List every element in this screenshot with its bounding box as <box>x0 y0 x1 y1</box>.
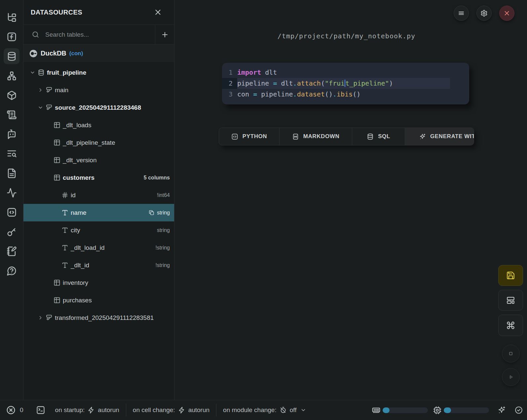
code-line-2[interactable]: 2 pipeline = dlt.attach("fruit_pipeline"… <box>222 78 469 89</box>
stop-button[interactable] <box>502 345 520 363</box>
close-icon[interactable] <box>154 8 162 17</box>
tree-item-id[interactable]: id !int64 <box>23 186 174 204</box>
rail-secrets[interactable] <box>4 224 19 240</box>
tree-item-dlt-id[interactable]: _dlt_id !string <box>23 256 174 274</box>
keyboard-shortcuts-button[interactable] <box>498 315 523 336</box>
rail-tracebacks[interactable] <box>4 146 19 162</box>
rail-ai-chat[interactable] <box>4 126 19 142</box>
connection-alias: (con) <box>69 50 83 57</box>
settings-button[interactable] <box>476 6 492 21</box>
tree-item-meta: !int64 <box>157 192 170 198</box>
scroll-icon <box>7 110 17 120</box>
rail-packages[interactable] <box>4 87 19 103</box>
shutdown-button[interactable] <box>499 6 514 21</box>
rail-logs[interactable] <box>4 107 19 123</box>
errors-button[interactable]: 0 <box>6 405 23 415</box>
help-circle-icon <box>7 266 17 276</box>
tree-item-label: customers <box>63 174 94 181</box>
search-icon <box>32 31 39 38</box>
code-line-3[interactable]: 3 con = pipeline.dataset().ibis() <box>222 89 469 100</box>
divider <box>126 404 126 416</box>
on-module-change-config[interactable]: on module change: off <box>223 406 306 414</box>
tree-item-transformed-202504291112283581[interactable]: transformed_202504291112283581 <box>23 309 174 326</box>
rail-functions[interactable] <box>4 29 19 45</box>
tree-item-inventory[interactable]: inventory <box>23 274 174 291</box>
add-cell-sql-button[interactable]: SQL <box>352 128 405 145</box>
activity-icon <box>7 188 17 198</box>
tree-item-purchases[interactable]: purchases <box>23 291 174 309</box>
run-button[interactable] <box>502 368 520 386</box>
tree-item-label: _dlt_version <box>63 157 96 164</box>
chevron-down-icon <box>30 70 35 75</box>
on-module-change-value: off <box>290 406 297 414</box>
add-cell-label: GENERATE WITH AI <box>430 133 474 140</box>
sparkles-icon <box>419 133 426 140</box>
on-startup-config[interactable]: on startup: autorun <box>55 406 119 414</box>
database-icon <box>7 51 17 61</box>
type-icon <box>61 244 68 251</box>
tree-item-label: source_202504291112283468 <box>55 104 141 111</box>
tree-item-dlt-load-id[interactable]: _dlt_load_id !string <box>23 239 174 256</box>
tree-item-fruit-pipeline[interactable]: fruit_pipeline <box>23 64 174 81</box>
notebook-pen-icon <box>7 246 17 256</box>
chevron-right-icon <box>38 315 43 321</box>
rail-dependencies[interactable] <box>4 68 19 84</box>
search-field[interactable] <box>23 25 155 44</box>
tree-item-meta: string <box>157 210 170 216</box>
code-cell[interactable]: 1 import dlt 2 pipeline = dlt.attach("fr… <box>222 63 469 104</box>
memory-meter-fill <box>383 407 390 413</box>
rail-help[interactable] <box>4 263 19 279</box>
add-datasource-button[interactable] <box>155 25 174 44</box>
connection-status-button[interactable] <box>514 406 523 414</box>
tree-item-source-202504291112283468[interactable]: source_202504291112283468 <box>23 99 174 116</box>
code-line-1[interactable]: 1 import dlt <box>222 67 469 78</box>
line-number: 3 <box>222 89 237 100</box>
database-icon <box>367 133 374 140</box>
rail-variables[interactable] <box>4 185 19 201</box>
tree-item-dlt-pipeline-state[interactable]: _dlt_pipeline_state <box>23 134 174 151</box>
rail-scratchpad[interactable] <box>4 243 19 259</box>
terminal-button[interactable] <box>36 405 45 415</box>
zap-icon <box>178 406 185 414</box>
tree-item-city[interactable]: city string <box>23 221 174 239</box>
tree-item-dlt-version[interactable]: _dlt_version <box>23 151 174 169</box>
memory-icon <box>372 406 381 415</box>
add-cell-label: SQL <box>378 133 390 140</box>
tree-item-customers[interactable]: customers 5 columns <box>23 169 174 186</box>
action-rail <box>498 265 523 392</box>
play-icon <box>507 373 515 381</box>
database-icon <box>38 69 45 76</box>
add-cell-python-button[interactable]: PYTHON <box>219 128 280 145</box>
memory-meter <box>383 407 428 413</box>
menu-button[interactable] <box>454 6 469 21</box>
table-icon <box>54 139 60 146</box>
save-button[interactable] <box>498 265 523 286</box>
tree-item-main[interactable]: main <box>23 81 174 99</box>
connection-row[interactable]: DuckDB (con) <box>23 45 174 62</box>
timer-off-icon <box>280 406 287 414</box>
text-search-icon <box>7 149 17 159</box>
rail-file-explorer[interactable] <box>4 9 19 25</box>
tree-item-label: city <box>71 227 80 234</box>
menu-icon <box>458 10 465 17</box>
rail-snippets[interactable] <box>4 204 19 220</box>
table-icon <box>54 157 60 164</box>
ai-sparkles-button[interactable] <box>497 406 506 414</box>
package-icon <box>7 90 17 100</box>
tree-item-name[interactable]: name string <box>23 204 174 221</box>
chevron-down-icon <box>300 407 306 413</box>
on-cell-change-config[interactable]: on cell change: autorun <box>133 406 209 414</box>
duckdb-logo <box>29 49 38 58</box>
key-icon <box>7 227 17 237</box>
add-cell-generate-with-ai-button[interactable]: GENERATE WITH AI <box>405 128 474 145</box>
layout-button[interactable] <box>498 290 523 311</box>
schema-icon <box>46 87 53 94</box>
add-cell-markdown-button[interactable]: MARKDOWN <box>280 128 352 145</box>
tree-item-label: _dlt_load_id <box>71 244 104 251</box>
rail-documentation[interactable] <box>4 165 19 181</box>
search-input[interactable] <box>45 31 155 38</box>
rail-datasources[interactable] <box>4 48 19 64</box>
cpu-meter <box>444 407 489 413</box>
panel-header: DATASOURCES <box>23 0 174 25</box>
tree-item-dlt-loads[interactable]: _dlt_loads <box>23 116 174 134</box>
